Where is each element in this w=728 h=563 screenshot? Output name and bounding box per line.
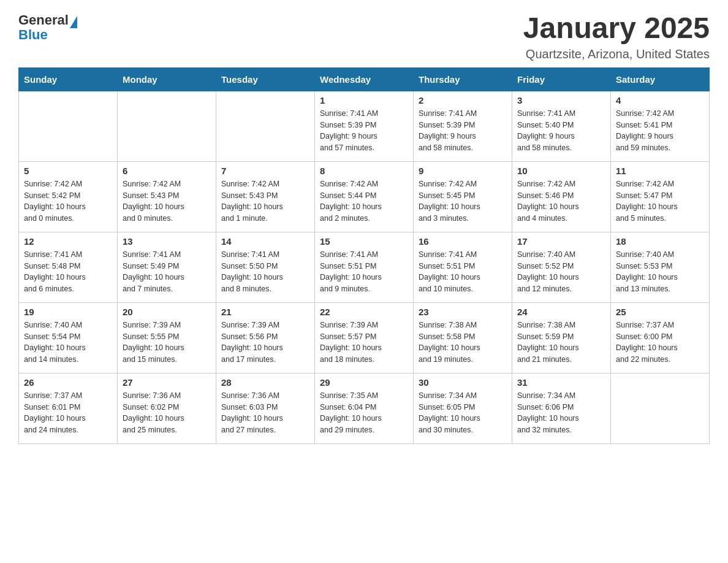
logo: General Blue <box>18 12 77 43</box>
header-wednesday: Wednesday <box>315 67 414 91</box>
table-row: 20Sunrise: 7:39 AM Sunset: 5:55 PM Dayli… <box>118 302 216 373</box>
table-row: 29Sunrise: 7:35 AM Sunset: 6:04 PM Dayli… <box>315 373 414 443</box>
day-number: 2 <box>419 95 507 105</box>
day-number: 29 <box>320 377 408 388</box>
weekday-header-row: Sunday Monday Tuesday Wednesday Thursday… <box>19 67 710 91</box>
day-info: Sunrise: 7:41 AM Sunset: 5:51 PM Dayligh… <box>419 249 507 295</box>
day-info: Sunrise: 7:42 AM Sunset: 5:41 PM Dayligh… <box>616 108 704 154</box>
table-row: 26Sunrise: 7:37 AM Sunset: 6:01 PM Dayli… <box>19 373 118 443</box>
day-info: Sunrise: 7:41 AM Sunset: 5:39 PM Dayligh… <box>320 108 408 154</box>
table-row: 12Sunrise: 7:41 AM Sunset: 5:48 PM Dayli… <box>19 232 118 302</box>
table-row: 8Sunrise: 7:42 AM Sunset: 5:44 PM Daylig… <box>315 161 414 232</box>
day-number: 12 <box>24 236 112 247</box>
table-row: 14Sunrise: 7:41 AM Sunset: 5:50 PM Dayli… <box>216 232 315 302</box>
table-row: 21Sunrise: 7:39 AM Sunset: 5:56 PM Dayli… <box>216 302 315 373</box>
day-info: Sunrise: 7:40 AM Sunset: 5:53 PM Dayligh… <box>616 249 704 295</box>
day-info: Sunrise: 7:37 AM Sunset: 6:00 PM Dayligh… <box>616 320 704 366</box>
table-row: 27Sunrise: 7:36 AM Sunset: 6:02 PM Dayli… <box>118 373 216 443</box>
table-row <box>118 91 216 161</box>
month-title: January 2025 <box>523 12 710 45</box>
page-header: General Blue January 2025 Quartzsite, Ar… <box>18 12 710 61</box>
day-number: 11 <box>616 166 704 176</box>
table-row: 31Sunrise: 7:34 AM Sunset: 6:06 PM Dayli… <box>512 373 611 443</box>
header-sunday: Sunday <box>19 67 118 91</box>
table-row <box>19 91 118 161</box>
table-row: 23Sunrise: 7:38 AM Sunset: 5:58 PM Dayli… <box>414 302 512 373</box>
table-row <box>611 373 710 443</box>
day-info: Sunrise: 7:42 AM Sunset: 5:43 PM Dayligh… <box>221 178 309 224</box>
table-row: 17Sunrise: 7:40 AM Sunset: 5:52 PM Dayli… <box>512 232 611 302</box>
day-number: 28 <box>221 377 309 388</box>
table-row: 30Sunrise: 7:34 AM Sunset: 6:05 PM Dayli… <box>414 373 512 443</box>
day-number: 24 <box>517 307 605 317</box>
day-number: 31 <box>517 377 605 388</box>
table-row: 3Sunrise: 7:41 AM Sunset: 5:40 PM Daylig… <box>512 91 611 161</box>
table-row: 10Sunrise: 7:42 AM Sunset: 5:46 PM Dayli… <box>512 161 611 232</box>
table-row: 28Sunrise: 7:36 AM Sunset: 6:03 PM Dayli… <box>216 373 315 443</box>
header-monday: Monday <box>118 67 216 91</box>
header-tuesday: Tuesday <box>216 67 315 91</box>
table-row: 15Sunrise: 7:41 AM Sunset: 5:51 PM Dayli… <box>315 232 414 302</box>
day-number: 5 <box>24 166 112 176</box>
day-number: 15 <box>320 236 408 247</box>
day-info: Sunrise: 7:40 AM Sunset: 5:52 PM Dayligh… <box>517 249 605 295</box>
day-info: Sunrise: 7:42 AM Sunset: 5:47 PM Dayligh… <box>616 178 704 224</box>
day-info: Sunrise: 7:38 AM Sunset: 5:59 PM Dayligh… <box>517 320 605 366</box>
table-row: 6Sunrise: 7:42 AM Sunset: 5:43 PM Daylig… <box>118 161 216 232</box>
day-info: Sunrise: 7:39 AM Sunset: 5:56 PM Dayligh… <box>221 320 309 366</box>
table-row: 5Sunrise: 7:42 AM Sunset: 5:42 PM Daylig… <box>19 161 118 232</box>
header-saturday: Saturday <box>611 67 710 91</box>
header-thursday: Thursday <box>414 67 512 91</box>
day-info: Sunrise: 7:40 AM Sunset: 5:54 PM Dayligh… <box>24 320 112 366</box>
day-number: 4 <box>616 95 704 105</box>
day-info: Sunrise: 7:36 AM Sunset: 6:02 PM Dayligh… <box>123 390 211 436</box>
calendar-week-row: 5Sunrise: 7:42 AM Sunset: 5:42 PM Daylig… <box>19 161 710 232</box>
day-number: 26 <box>24 377 112 388</box>
day-number: 25 <box>616 307 704 317</box>
table-row: 1Sunrise: 7:41 AM Sunset: 5:39 PM Daylig… <box>315 91 414 161</box>
day-info: Sunrise: 7:41 AM Sunset: 5:49 PM Dayligh… <box>123 249 211 295</box>
day-number: 20 <box>123 307 211 317</box>
day-info: Sunrise: 7:35 AM Sunset: 6:04 PM Dayligh… <box>320 390 408 436</box>
day-info: Sunrise: 7:42 AM Sunset: 5:42 PM Dayligh… <box>24 178 112 224</box>
logo-general-text: General <box>18 12 69 28</box>
day-number: 19 <box>24 307 112 317</box>
day-number: 30 <box>419 377 507 388</box>
calendar-table: Sunday Monday Tuesday Wednesday Thursday… <box>18 67 710 444</box>
day-number: 27 <box>123 377 211 388</box>
day-info: Sunrise: 7:34 AM Sunset: 6:05 PM Dayligh… <box>419 390 507 436</box>
day-number: 1 <box>320 95 408 105</box>
table-row: 25Sunrise: 7:37 AM Sunset: 6:00 PM Dayli… <box>611 302 710 373</box>
day-number: 3 <box>517 95 605 105</box>
day-info: Sunrise: 7:37 AM Sunset: 6:01 PM Dayligh… <box>24 390 112 436</box>
day-info: Sunrise: 7:36 AM Sunset: 6:03 PM Dayligh… <box>221 390 309 436</box>
day-number: 16 <box>419 236 507 247</box>
table-row: 18Sunrise: 7:40 AM Sunset: 5:53 PM Dayli… <box>611 232 710 302</box>
day-number: 6 <box>123 166 211 176</box>
day-number: 10 <box>517 166 605 176</box>
day-info: Sunrise: 7:42 AM Sunset: 5:45 PM Dayligh… <box>419 178 507 224</box>
day-info: Sunrise: 7:42 AM Sunset: 5:44 PM Dayligh… <box>320 178 408 224</box>
table-row: 24Sunrise: 7:38 AM Sunset: 5:59 PM Dayli… <box>512 302 611 373</box>
calendar-week-row: 26Sunrise: 7:37 AM Sunset: 6:01 PM Dayli… <box>19 373 710 443</box>
day-info: Sunrise: 7:41 AM Sunset: 5:39 PM Dayligh… <box>419 108 507 154</box>
table-row: 9Sunrise: 7:42 AM Sunset: 5:45 PM Daylig… <box>414 161 512 232</box>
day-info: Sunrise: 7:41 AM Sunset: 5:40 PM Dayligh… <box>517 108 605 154</box>
logo-triangle-icon <box>70 16 77 28</box>
day-info: Sunrise: 7:41 AM Sunset: 5:50 PM Dayligh… <box>221 249 309 295</box>
day-info: Sunrise: 7:39 AM Sunset: 5:55 PM Dayligh… <box>123 320 211 366</box>
day-number: 9 <box>419 166 507 176</box>
table-row: 2Sunrise: 7:41 AM Sunset: 5:39 PM Daylig… <box>414 91 512 161</box>
table-row: 7Sunrise: 7:42 AM Sunset: 5:43 PM Daylig… <box>216 161 315 232</box>
calendar-week-row: 1Sunrise: 7:41 AM Sunset: 5:39 PM Daylig… <box>19 91 710 161</box>
location-subtitle: Quartzsite, Arizona, United States <box>523 47 710 61</box>
logo-blue-text: Blue <box>18 27 77 43</box>
day-info: Sunrise: 7:41 AM Sunset: 5:48 PM Dayligh… <box>24 249 112 295</box>
day-number: 18 <box>616 236 704 247</box>
day-info: Sunrise: 7:39 AM Sunset: 5:57 PM Dayligh… <box>320 320 408 366</box>
table-row: 13Sunrise: 7:41 AM Sunset: 5:49 PM Dayli… <box>118 232 216 302</box>
day-number: 22 <box>320 307 408 317</box>
calendar-week-row: 12Sunrise: 7:41 AM Sunset: 5:48 PM Dayli… <box>19 232 710 302</box>
day-info: Sunrise: 7:42 AM Sunset: 5:46 PM Dayligh… <box>517 178 605 224</box>
calendar-week-row: 19Sunrise: 7:40 AM Sunset: 5:54 PM Dayli… <box>19 302 710 373</box>
